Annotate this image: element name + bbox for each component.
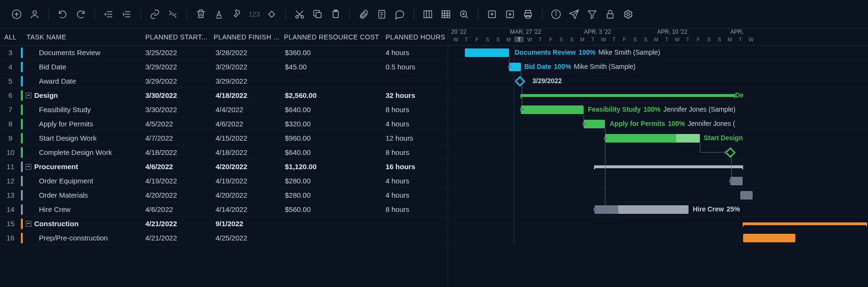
cost-cell[interactable]: $280.00 (281, 177, 383, 185)
task-row[interactable]: 16 Prep/Pre-construction 4/21/2022 4/25/… (0, 231, 448, 245)
clear-format-icon[interactable] (229, 6, 245, 22)
start-cell[interactable]: 3/29/2022 (141, 63, 211, 71)
numbering-label[interactable]: 123 (247, 10, 262, 18)
finish-cell[interactable]: 3/29/2022 (211, 63, 281, 71)
task-row[interactable]: 6 − Design 3/30/2022 4/18/2022 $2,560.00… (0, 88, 448, 103)
undo-icon[interactable] (55, 6, 71, 22)
finish-cell[interactable]: 4/6/2022 (211, 120, 281, 128)
collapse-toggle[interactable]: − (26, 221, 31, 227)
task-row[interactable]: 11 − Procurement 4/6/2022 4/20/2022 $1,1… (0, 160, 448, 174)
finish-cell[interactable]: 4/14/2022 (211, 205, 281, 213)
start-cell[interactable]: 4/21/2022 (141, 220, 211, 228)
gantt-summary-bar[interactable] (521, 94, 735, 97)
start-cell[interactable]: 3/25/2022 (141, 48, 211, 57)
col-all[interactable]: ALL (0, 33, 21, 41)
hours-cell[interactable]: 32 hours (383, 91, 447, 99)
col-hours[interactable]: PLANNED HOURS (383, 33, 447, 41)
hours-cell[interactable]: 12 hours (383, 134, 447, 142)
gantt-bar[interactable] (584, 120, 605, 128)
redo-icon[interactable] (73, 6, 89, 22)
hours-cell[interactable]: 0.5 hours (383, 63, 447, 71)
copy-icon[interactable] (310, 6, 326, 22)
task-row[interactable]: 3 Documents Review 3/25/2022 3/28/2022 $… (0, 46, 448, 60)
cut-icon[interactable] (292, 6, 308, 22)
cost-cell[interactable]: $1,120.00 (281, 163, 383, 171)
start-cell[interactable]: 4/7/2022 (141, 134, 211, 142)
start-cell[interactable]: 3/30/2022 (141, 91, 211, 99)
task-row[interactable]: 14 Hire Crew 4/6/2022 4/14/2022 $560.00 … (0, 202, 448, 217)
finish-cell[interactable]: 4/25/2022 (211, 234, 281, 242)
col-start[interactable]: PLANNED START... (141, 33, 211, 41)
settings-icon[interactable] (620, 6, 636, 22)
task-name-cell[interactable]: Start Design Work (21, 133, 141, 144)
gantt-bar[interactable] (605, 134, 700, 143)
gantt-bar[interactable] (743, 234, 795, 242)
cost-cell[interactable]: $640.00 (281, 105, 383, 114)
gantt-bar[interactable] (594, 205, 689, 214)
finish-cell[interactable]: 4/20/2022 (211, 191, 281, 199)
task-name-cell[interactable]: Complete Design Work (21, 147, 141, 158)
task-name-cell[interactable]: − Construction (21, 219, 141, 229)
task-name-cell[interactable]: Order Materials (21, 190, 141, 201)
filter-icon[interactable] (584, 6, 600, 22)
indent-icon[interactable] (119, 6, 135, 22)
import-icon[interactable] (484, 6, 500, 22)
gantt-chart[interactable]: 20 '22MAR, 27 '22APR, 3 '22APR, 10 '22AP… (448, 29, 868, 287)
task-row[interactable]: 5 Award Date 3/29/2022 3/29/2022 (0, 74, 448, 88)
hours-cell[interactable]: 8 hours (383, 105, 447, 114)
hours-cell[interactable]: 16 hours (383, 163, 447, 171)
task-name-cell[interactable]: − Design (21, 90, 141, 101)
start-cell[interactable]: 4/21/2022 (141, 234, 211, 242)
gantt-bar[interactable] (465, 48, 509, 57)
gantt-bar[interactable] (521, 105, 584, 114)
hours-cell[interactable]: 4 hours (383, 177, 447, 185)
start-cell[interactable]: 4/6/2022 (141, 163, 211, 171)
collapse-toggle[interactable]: − (26, 164, 31, 170)
gantt-summary-bar[interactable] (743, 222, 867, 225)
task-name-cell[interactable]: Feasibility Study (21, 105, 141, 115)
send-icon[interactable] (566, 6, 582, 22)
link-icon[interactable] (147, 6, 163, 22)
finish-cell[interactable]: 4/4/2022 (211, 105, 281, 114)
gantt-summary-bar[interactable] (594, 165, 743, 168)
grid-icon[interactable] (438, 6, 454, 22)
task-name-cell[interactable]: Prep/Pre-construction (21, 233, 141, 243)
start-cell[interactable]: 3/29/2022 (141, 77, 211, 85)
finish-cell[interactable]: 3/28/2022 (211, 48, 281, 57)
start-cell[interactable]: 4/18/2022 (141, 148, 211, 156)
hours-cell[interactable]: 4 hours (383, 191, 447, 199)
export-icon[interactable] (502, 6, 518, 22)
start-cell[interactable]: 4/6/2022 (141, 205, 211, 213)
col-finish[interactable]: PLANNED FINISH ... (211, 33, 281, 41)
text-color-icon[interactable] (211, 6, 227, 22)
cost-cell[interactable]: $45.00 (281, 63, 383, 71)
task-name-cell[interactable]: Award Date (21, 76, 141, 86)
unlink-icon[interactable] (165, 6, 181, 22)
task-name-cell[interactable]: Order Equipment (21, 176, 141, 186)
paste-icon[interactable] (328, 6, 344, 22)
attachment-icon[interactable] (356, 6, 372, 22)
cost-cell[interactable]: $560.00 (281, 205, 383, 213)
info-icon[interactable] (548, 6, 564, 22)
user-icon[interactable] (27, 6, 43, 22)
print-icon[interactable] (520, 6, 536, 22)
hours-cell[interactable]: 4 hours (383, 48, 447, 57)
collapse-toggle[interactable]: − (26, 93, 31, 98)
gantt-bar[interactable] (740, 191, 753, 200)
task-name-cell[interactable]: Hire Crew (21, 204, 141, 215)
task-row[interactable]: 4 Bid Date 3/29/2022 3/29/2022 $45.00 0.… (0, 60, 448, 74)
finish-cell[interactable]: 4/15/2022 (211, 134, 281, 142)
task-row[interactable]: 15 − Construction 4/21/2022 9/1/2022 (0, 217, 448, 231)
zoom-icon[interactable] (456, 6, 472, 22)
cost-cell[interactable]: $280.00 (281, 191, 383, 199)
columns-icon[interactable] (420, 6, 436, 22)
col-name[interactable]: TASK NAME (21, 33, 141, 41)
hours-cell[interactable]: 8 hours (383, 148, 447, 156)
hours-cell[interactable]: 8 hours (383, 205, 447, 213)
comment-icon[interactable] (392, 6, 408, 22)
lock-icon[interactable] (602, 6, 618, 22)
task-row[interactable]: 13 Order Materials 4/20/2022 4/20/2022 $… (0, 188, 448, 202)
add-icon[interactable] (9, 6, 25, 22)
cost-cell[interactable]: $360.00 (281, 48, 383, 57)
finish-cell[interactable]: 4/19/2022 (211, 177, 281, 185)
